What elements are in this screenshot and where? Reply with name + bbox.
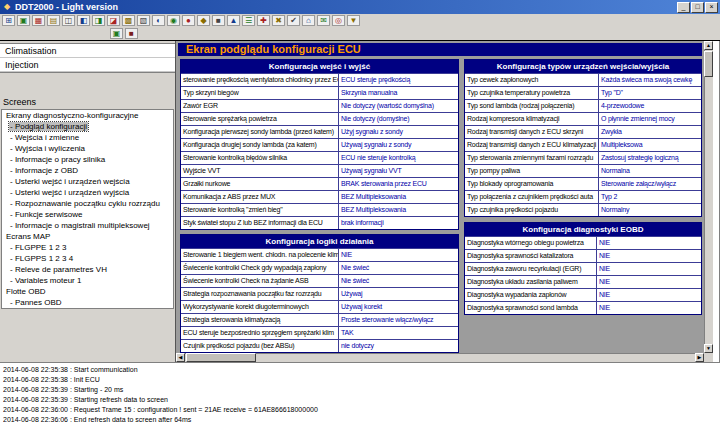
config-row-value[interactable]: 4-przewodowe bbox=[599, 100, 701, 112]
tree-item[interactable]: - Releve de parametres VH bbox=[2, 264, 173, 275]
config-row-value[interactable]: Normalna bbox=[599, 165, 701, 177]
diagnostic-icon[interactable]: ◆ bbox=[197, 15, 210, 26]
mail-icon[interactable]: ✉ bbox=[317, 15, 330, 26]
settings-icon[interactable]: ◎ bbox=[332, 15, 345, 26]
config-row-value[interactable]: Używaj bbox=[339, 288, 458, 300]
tree-item[interactable]: Flotte OBD bbox=[2, 286, 173, 297]
record-icon[interactable]: ● bbox=[182, 15, 195, 26]
save-icon[interactable]: ◧ bbox=[77, 15, 90, 26]
scroll-down-icon[interactable]: ▼ bbox=[704, 344, 713, 353]
folder-icon[interactable]: ◨ bbox=[92, 15, 105, 26]
vertical-scroll-thumb[interactable] bbox=[704, 51, 713, 77]
tree-item[interactable]: - Informacje o magistrali multipleksowej bbox=[2, 220, 173, 231]
print-icon[interactable]: ◫ bbox=[62, 15, 75, 26]
tree-item[interactable]: - Variables moteur 1 bbox=[2, 275, 173, 286]
connect-icon[interactable]: ⊞ bbox=[2, 15, 15, 26]
config-row-value[interactable]: BEZ Multipleksowania bbox=[339, 191, 458, 203]
tree-item[interactable]: - Usterki wejść i urządzeń wejścia bbox=[2, 176, 173, 187]
config-row-value[interactable]: NIE bbox=[339, 249, 458, 261]
config-row-value[interactable]: O płynnie zmiennej mocy bbox=[599, 113, 701, 125]
config-row-value[interactable]: Używaj sygnału VVT bbox=[339, 165, 458, 177]
config-row-value[interactable]: NIE bbox=[597, 302, 701, 314]
titlebar[interactable]: ◆ DDT2000 - Light version _ □ × bbox=[0, 0, 720, 14]
menu-icon[interactable]: ☰ bbox=[242, 15, 255, 26]
config-row-value[interactable]: Typ 2 bbox=[599, 191, 701, 203]
play-icon[interactable]: ▲ bbox=[227, 15, 240, 26]
config-row-value[interactable]: NIE bbox=[597, 263, 701, 275]
config-row-label: Konfiguracja pierwszej sondy lambda (prz… bbox=[181, 126, 339, 138]
maximize-button[interactable]: □ bbox=[691, 2, 704, 13]
config-row-value[interactable]: BRAK sterowania przez ECU bbox=[339, 178, 458, 190]
home-icon[interactable]: ⌂ bbox=[302, 15, 315, 26]
tree-item[interactable]: - Wejścia i zmienne bbox=[2, 132, 173, 143]
module-item[interactable]: Injection bbox=[0, 58, 175, 72]
config-row-value[interactable]: NIE bbox=[597, 289, 701, 301]
ecu-icon[interactable]: ▦ bbox=[32, 15, 45, 26]
grid-icon[interactable]: ▧ bbox=[137, 15, 150, 26]
minimize-button[interactable]: _ bbox=[677, 2, 690, 13]
tree-item[interactable]: - Usterki wejść i urządzeń wyjścia bbox=[2, 187, 173, 198]
config-row-value[interactable]: Proste sterowanie włącz/wyłącz bbox=[339, 314, 458, 326]
config-row-value[interactable]: brak informacji bbox=[339, 217, 458, 229]
dropdown-icon[interactable]: ▼ bbox=[347, 15, 360, 26]
window-title: DDT2000 - Light version bbox=[15, 2, 676, 12]
config-row-value[interactable]: Używaj korekt bbox=[339, 301, 458, 313]
close-button[interactable]: × bbox=[705, 2, 718, 13]
config-row: Typ sond lambda (rodzaj połączenia) 4-pr… bbox=[465, 99, 701, 112]
config-row-value[interactable]: Zastosuj strategię logiczną bbox=[599, 152, 701, 164]
config-row-value[interactable]: Każda świeca ma swoją cewkę bbox=[599, 74, 701, 86]
config-row-value[interactable]: ECU nie steruje kontrolką bbox=[339, 152, 458, 164]
horizontal-scrollbar[interactable]: ◀ ▶ bbox=[176, 353, 704, 362]
horizontal-scroll-thumb[interactable] bbox=[186, 353, 256, 362]
config-row-value[interactable]: NIE bbox=[597, 276, 701, 288]
config-row-value[interactable]: ECU steruje prędkością bbox=[339, 74, 458, 86]
config-row-value[interactable]: nie dotyczy bbox=[339, 340, 458, 352]
tree-item[interactable]: - FLGPPE 1 2 3 bbox=[2, 242, 173, 253]
config-row-value[interactable]: Używaj sygnału z sondy bbox=[339, 139, 458, 151]
check-icon[interactable]: ✔ bbox=[287, 15, 300, 26]
config-row-value[interactable]: Sterowanie załącz/wyłącz bbox=[599, 178, 701, 190]
config-row-value[interactable]: Zwykła bbox=[599, 126, 701, 138]
chart-icon[interactable]: ◪ bbox=[107, 15, 120, 26]
memory-icon[interactable]: ■ bbox=[125, 28, 138, 39]
config-row-value[interactable]: Multipleksowa bbox=[599, 139, 701, 151]
config-row-value[interactable]: Nie dotyczy (wartość domyślna) bbox=[339, 100, 458, 112]
tree-item[interactable]: Ekrany diagnostyczno-konfiguracyjne bbox=[2, 110, 173, 121]
monitor-icon[interactable]: ▣ bbox=[17, 15, 30, 26]
delete-icon[interactable]: ✖ bbox=[272, 15, 285, 26]
target-icon[interactable]: ◉ bbox=[167, 15, 180, 26]
config-row-value[interactable]: Typ "D" bbox=[599, 87, 701, 99]
config-row-value[interactable]: TAK bbox=[339, 327, 458, 339]
document-icon[interactable]: ▤ bbox=[47, 15, 60, 26]
gauge-icon[interactable]: ◐ bbox=[152, 15, 165, 26]
stop-icon[interactable]: ■ bbox=[212, 15, 225, 26]
table-icon[interactable]: ▩ bbox=[122, 15, 135, 26]
config-row-value[interactable]: BEZ Multipleksowania bbox=[339, 204, 458, 216]
tree-item-label: - Pannes OBD bbox=[9, 298, 63, 307]
config-row-value[interactable]: Użyj sygnału z sondy bbox=[339, 126, 458, 138]
scroll-up-icon[interactable]: ▲ bbox=[704, 41, 713, 50]
tree-item[interactable]: - Funkcje serwisowe bbox=[2, 209, 173, 220]
app-icon: ◆ bbox=[2, 2, 12, 12]
tree-item[interactable]: - FLGPPS 1 2 3 4 bbox=[2, 253, 173, 264]
tree-item[interactable]: - Podgląd konfiguracji bbox=[2, 121, 173, 132]
config-row-value[interactable]: Nie świeć bbox=[339, 262, 458, 274]
vertical-scrollbar[interactable]: ▲ ▼ bbox=[704, 41, 713, 353]
tree-item[interactable]: - Informacje o pracy silnika bbox=[2, 154, 173, 165]
scroll-right-icon[interactable]: ▶ bbox=[695, 353, 704, 362]
add-icon[interactable]: ✚ bbox=[257, 15, 270, 26]
tree-item[interactable]: - Wyjścia i wyliczenia bbox=[2, 143, 173, 154]
tree-item[interactable]: - Rozpoznawanie początku cyklu rozrządu bbox=[2, 198, 173, 209]
tree-item[interactable]: - Informacje z OBD bbox=[2, 165, 173, 176]
config-row-value[interactable]: Normalny bbox=[599, 204, 701, 216]
graph-icon[interactable]: ▣ bbox=[110, 28, 123, 39]
module-item[interactable]: Climatisation bbox=[0, 44, 175, 58]
tree-item[interactable]: Ecrans MAP bbox=[2, 231, 173, 242]
config-row-value[interactable]: Nie świeć bbox=[339, 275, 458, 287]
scroll-left-icon[interactable]: ◀ bbox=[176, 353, 185, 362]
config-row-value[interactable]: NIE bbox=[597, 250, 701, 262]
config-row-value[interactable]: NIE bbox=[597, 237, 701, 249]
tree-item[interactable]: - Pannes OBD bbox=[2, 297, 173, 308]
config-row-value[interactable]: Skrzynia manualna bbox=[339, 87, 458, 99]
config-row-value[interactable]: Nie dotyczy (domyślne) bbox=[339, 113, 458, 125]
